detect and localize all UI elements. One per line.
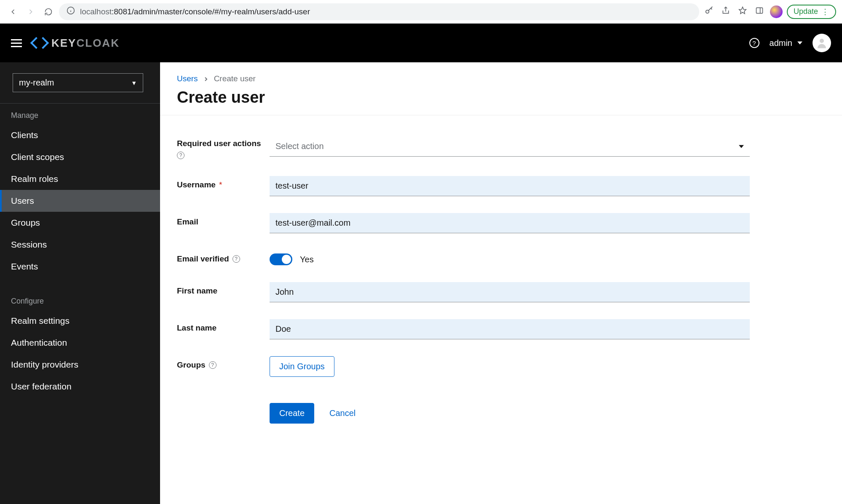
sidebar-item-events[interactable]: Events [0, 256, 160, 277]
browser-forward-button[interactable] [24, 5, 38, 19]
join-groups-button[interactable]: Join Groups [270, 356, 334, 377]
divider [160, 115, 842, 115]
label-email: Email [177, 213, 261, 227]
email-verified-toggle[interactable] [270, 253, 292, 265]
keycloak-logo[interactable]: KEYCLOAK [32, 35, 120, 51]
sidebar-item-clients[interactable]: Clients [0, 124, 160, 146]
keycloak-logo-text: KEYCLOAK [51, 37, 120, 50]
first-name-input[interactable] [270, 282, 750, 302]
svg-marker-4 [739, 7, 746, 14]
address-bar[interactable]: localhost:8081/admin/master/console/#/my… [59, 3, 699, 20]
user-menu-label: admin [770, 38, 792, 48]
sidebar: my-realm ▼ Manage Clients Client scopes … [0, 62, 160, 504]
help-icon[interactable]: ? [177, 152, 184, 159]
sidebar-item-identity-providers[interactable]: Identity providers [0, 354, 160, 376]
arrow-left-icon [9, 8, 17, 16]
browser-back-button[interactable] [6, 5, 20, 19]
required-user-actions-select[interactable]: Select action [270, 136, 750, 157]
select-placeholder: Select action [275, 141, 324, 151]
label-email-verified: Email verified ? [177, 250, 261, 264]
last-name-input[interactable] [270, 319, 750, 339]
label-first-name: First name [177, 282, 261, 296]
help-button[interactable]: ? [749, 38, 759, 48]
breadcrumb-current: Create user [214, 74, 256, 83]
label-groups: Groups ? [177, 356, 261, 370]
chrome-profile-avatar[interactable] [770, 5, 783, 18]
label-username: Username* [177, 176, 261, 189]
toggle-thumb [282, 255, 291, 264]
panel-icon[interactable] [753, 6, 766, 17]
cancel-button[interactable]: Cancel [325, 403, 360, 424]
question-icon: ? [752, 40, 756, 47]
caret-down-icon [797, 40, 802, 45]
email-input[interactable] [270, 213, 750, 233]
browser-update-button[interactable]: Update ⋮ [787, 5, 836, 19]
email-verified-value: Yes [300, 255, 314, 264]
svg-rect-5 [756, 8, 762, 13]
create-user-form: Required user actions ? Select action Us… [177, 136, 750, 424]
avatar-icon [815, 37, 828, 49]
sidebar-item-client-scopes[interactable]: Client scopes [0, 146, 160, 168]
nav-toggle-button[interactable] [11, 39, 22, 47]
site-info-icon[interactable] [67, 6, 75, 17]
breadcrumb: Users Create user [177, 74, 825, 83]
user-menu[interactable]: admin [770, 38, 802, 48]
arrow-right-icon [27, 8, 35, 16]
sidebar-item-groups[interactable]: Groups [0, 212, 160, 234]
sidebar-item-sessions[interactable]: Sessions [0, 234, 160, 256]
caret-down-icon [739, 144, 744, 149]
app-header: KEYCLOAK ? admin [0, 24, 842, 62]
caret-down-icon: ▼ [131, 80, 137, 86]
help-icon[interactable]: ? [209, 361, 217, 369]
main-content: Users Create user Create user Required u… [160, 62, 842, 504]
sidebar-item-users[interactable]: Users [0, 190, 160, 212]
chevron-right-icon [204, 74, 208, 83]
star-icon[interactable] [736, 6, 749, 17]
realm-selector-value: my-realm [19, 78, 54, 88]
sidebar-section-manage: Manage [0, 104, 160, 124]
share-icon[interactable] [719, 6, 732, 17]
browser-reload-button[interactable] [41, 5, 56, 19]
page-title: Create user [177, 88, 825, 107]
url-text: localhost:8081/admin/master/console/#/my… [80, 7, 310, 16]
browser-toolbar: localhost:8081/admin/master/console/#/my… [0, 0, 842, 24]
svg-point-7 [820, 39, 824, 43]
key-icon[interactable] [703, 6, 715, 17]
kebab-icon: ⋮ [821, 7, 829, 16]
update-label: Update [794, 7, 818, 16]
create-button[interactable]: Create [270, 403, 314, 424]
realm-selector[interactable]: my-realm ▼ [13, 73, 143, 92]
label-required-user-actions: Required user actions ? [177, 136, 261, 159]
url-host: localhost [80, 7, 112, 16]
sidebar-item-authentication[interactable]: Authentication [0, 332, 160, 354]
reload-icon [44, 8, 53, 16]
sidebar-section-configure: Configure [0, 289, 160, 310]
url-path: :8081/admin/master/console/#/my-realm/us… [112, 7, 310, 16]
breadcrumb-link-users[interactable]: Users [177, 74, 198, 83]
help-icon[interactable]: ? [233, 255, 240, 263]
sidebar-item-user-federation[interactable]: User federation [0, 376, 160, 397]
username-input[interactable] [270, 176, 750, 196]
label-last-name: Last name [177, 319, 261, 333]
keycloak-logo-icon [32, 35, 47, 51]
sidebar-item-realm-settings[interactable]: Realm settings [0, 310, 160, 332]
user-avatar[interactable] [813, 34, 831, 52]
sidebar-item-realm-roles[interactable]: Realm roles [0, 168, 160, 190]
